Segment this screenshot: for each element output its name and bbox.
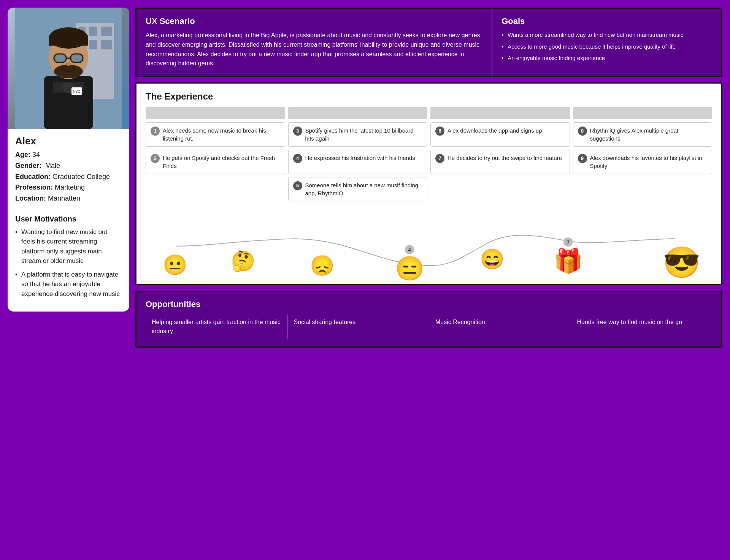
emoji-char-3: 😞 — [310, 254, 335, 277]
emoji-3: 😞 — [310, 254, 335, 277]
step-header-bar-1 — [146, 107, 285, 119]
profile-education: Education: Graduated College — [15, 171, 122, 182]
motivation-item-1: Wanting to find new music but feels his … — [15, 227, 122, 266]
step-card-3: 3 Spotify gives him the latest top 10 bi… — [288, 122, 428, 147]
step-text-1: Alex needs some new music to break his l… — [163, 127, 280, 142]
profile-age: Age: 34 — [15, 149, 122, 160]
step-text-8: RhythmiQ gives Alex multiple great sugge… — [590, 127, 708, 142]
step-card-6: 6 Alex downloads the app and signs up — [430, 122, 570, 147]
step-card-5: 5 Someone tells him about a new musif fi… — [288, 177, 428, 201]
opportunities-box: Opportunities Helping smaller artists ga… — [135, 291, 722, 348]
left-panel: NYC Alex Age: 34 Gender: Male Education:… — [8, 8, 129, 312]
step-card-4: 4 He expresses his frustration with his … — [288, 150, 428, 174]
goals-title: Goals — [501, 16, 712, 26]
emoji-journey: 😐 🤔 😞 4 😑 😄 7 🎁 — [146, 204, 712, 284]
opportunities-grid: Helping smaller artists gain traction in… — [146, 315, 712, 339]
svg-text:NYC: NYC — [73, 90, 81, 93]
motivations-section: User Motivations Wanting to find new mus… — [8, 215, 129, 303]
motivations-title: User Motivations — [15, 215, 122, 223]
profile-info: Alex Age: 34 Gender: Male Education: Gra… — [8, 129, 129, 210]
opp-item-1: Helping smaller artists gain traction in… — [146, 315, 287, 339]
profile-location: Location: Manhatten — [15, 193, 122, 204]
step-number-8: 8 — [578, 127, 587, 136]
step-number-6: 6 — [435, 127, 444, 136]
svg-rect-7 — [101, 40, 112, 49]
experience-title: The Experience — [146, 91, 712, 102]
step-text-5: Someone tells him about a new musif find… — [305, 181, 423, 197]
person-illustration: NYC — [15, 8, 122, 129]
svg-rect-3 — [89, 27, 97, 36]
emoji-5: 😄 — [480, 248, 505, 271]
emoji-6: 7 🎁 — [554, 237, 583, 275]
svg-rect-4 — [101, 27, 112, 36]
opp-item-4: Hands free way to find music on the go — [571, 315, 713, 339]
step-number-7: 7 — [435, 154, 444, 163]
step-header-bar-2 — [288, 107, 428, 119]
top-row: UX Scenario Alex, a marketing profession… — [135, 8, 722, 77]
step-number-9: 9 — [578, 154, 587, 163]
emoji-label-7: 7 — [563, 237, 573, 247]
experience-box: The Experience 1 Alex needs some new mus… — [135, 82, 722, 285]
step-text-2: He gets on Spotify and checks out the Fr… — [163, 154, 280, 170]
step-col-1: 1 Alex needs some new music to break his… — [146, 107, 285, 201]
step-col-3: 6 Alex downloads the app and signs up 7 … — [430, 107, 570, 201]
ux-scenario-box: UX Scenario Alex, a marketing profession… — [136, 9, 492, 76]
opportunities-title: Opportunities — [146, 299, 712, 309]
step-number-2: 2 — [151, 154, 160, 163]
svg-rect-19 — [55, 55, 65, 62]
step-text-4: He expresses his frustration with his fr… — [305, 154, 423, 162]
profile-profession: Profession: Marketing — [15, 182, 122, 193]
svg-point-21 — [65, 62, 71, 66]
opp-item-2: Social sharing features — [287, 315, 429, 339]
emoji-char-1: 😐 — [163, 253, 187, 277]
step-number-1: 1 — [151, 127, 160, 136]
emoji-4: 4 😑 — [395, 245, 424, 282]
steps-grid: 1 Alex needs some new music to break his… — [146, 107, 712, 201]
ux-scenario-title: UX Scenario — [146, 16, 482, 26]
svg-rect-6 — [89, 40, 97, 49]
emoji-char-5: 😄 — [480, 248, 505, 271]
step-col-2: 3 Spotify gives him the latest top 10 bi… — [288, 107, 428, 201]
opp-item-3: Music Recognition — [429, 315, 571, 339]
step-header-bar-3 — [430, 107, 570, 119]
goal-item-3: An enjoyable music finding experience — [501, 54, 712, 63]
step-text-7: He decides to try out the swipe to find … — [448, 154, 565, 162]
emoji-7: 😎 — [663, 245, 701, 280]
step-header-bar-4 — [573, 107, 713, 119]
right-panel: UX Scenario Alex, a marketing profession… — [135, 8, 722, 552]
step-number-4: 4 — [293, 154, 302, 163]
emoji-label-4: 4 — [405, 245, 414, 254]
goals-box: Goals Wants a more streamlined way to fi… — [492, 9, 721, 76]
svg-rect-20 — [71, 55, 82, 62]
step-card-8: 8 RhythmiQ gives Alex multiple great sug… — [573, 122, 713, 147]
emoji-2: 🤔 — [231, 250, 256, 273]
step-col-4: 8 RhythmiQ gives Alex multiple great sug… — [573, 107, 713, 201]
ux-scenario-text: Alex, a marketing professional living in… — [146, 31, 482, 68]
emoji-char-6: 🎁 — [554, 247, 583, 275]
emoji-char-7: 😎 — [663, 245, 701, 280]
step-text-6: Alex downloads the app and signs up — [448, 127, 565, 134]
step-card-1: 1 Alex needs some new music to break his… — [146, 122, 285, 147]
goal-item-1: Wants a more streamlined way to find new… — [501, 31, 712, 40]
avatar: NYC — [8, 8, 129, 129]
step-number-3: 3 — [293, 127, 302, 136]
profile-gender: Gender: Male — [15, 160, 122, 171]
step-card-9: 9 Alex downloads his favorites to his pl… — [573, 150, 713, 174]
emoji-1: 😐 — [163, 253, 187, 277]
step-number-5: 5 — [293, 181, 302, 190]
emoji-char-2: 🤔 — [231, 250, 256, 273]
step-text-9: Alex downloads his favorites to his play… — [590, 154, 708, 170]
step-card-7: 7 He decides to try out the swipe to fin… — [430, 150, 570, 174]
svg-rect-14 — [49, 38, 88, 46]
step-text-3: Spotify gives him the latest top 10 bill… — [305, 127, 423, 142]
profile-name: Alex — [15, 135, 122, 147]
emoji-char-4: 😑 — [395, 255, 424, 282]
step-card-2: 2 He gets on Spotify and checks out the … — [146, 150, 285, 174]
motivation-item-2: A platform that is easy to navigate so t… — [15, 270, 122, 299]
goal-item-2: Access to more good music because it hel… — [501, 43, 712, 51]
